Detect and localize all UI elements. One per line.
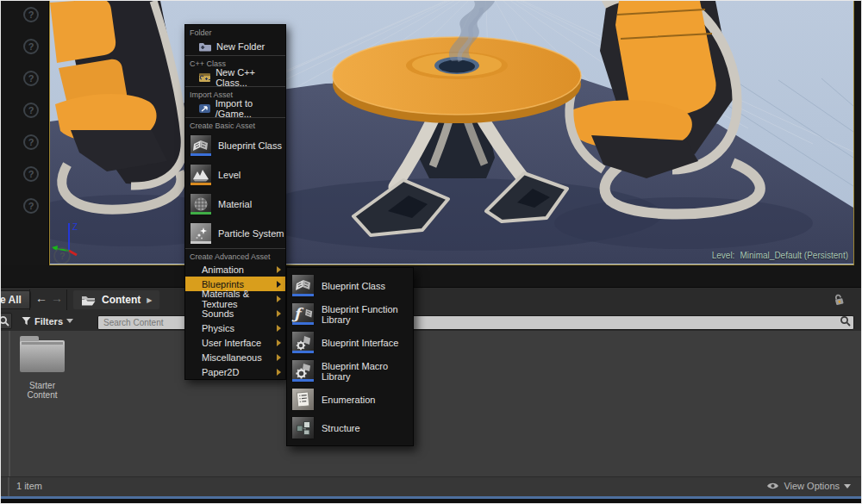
section-header: Create Basic Asset <box>185 118 285 131</box>
submenu-arrow-icon <box>277 310 281 317</box>
menu-section-import: Import Asset Import to /Game... <box>185 86 285 117</box>
help-icon[interactable]: ? <box>23 103 39 118</box>
menu-item-level[interactable]: Level <box>185 160 285 190</box>
menu-item-import[interactable]: Import to /Game... <box>185 100 285 117</box>
submenu-item-blueprint-class[interactable]: Blueprint Class <box>287 271 413 300</box>
status-bar: 1 item View Options <box>1 476 861 496</box>
save-all-button[interactable]: e All <box>0 290 31 309</box>
particle-system-icon <box>190 222 212 245</box>
cpp-class-icon <box>198 72 210 83</box>
content-browser-toolbar: e All ← → Content ▶ <box>1 287 861 311</box>
help-icon[interactable]: ? <box>23 198 39 214</box>
blueprint-class-icon <box>291 274 315 297</box>
chevron-down-icon <box>844 484 851 488</box>
viewport-3d[interactable]: Z ? Level:Minimal_Default (Persistent) <box>49 1 854 265</box>
submenu-item-structure[interactable]: Structure <box>287 414 413 442</box>
menu-item-materials-textures[interactable]: Materials & Textures <box>185 291 285 306</box>
menu-item-blueprint-class[interactable]: Blueprint Class <box>185 131 285 160</box>
left-toolbar: ? ? ? ? ? ? ? <box>1 1 49 286</box>
enumeration-icon <box>291 388 315 411</box>
submenu-item-blueprint-macro-library[interactable]: Blueprint Macro Library <box>287 357 413 385</box>
folder-icon <box>20 340 65 372</box>
menu-section-advanced-asset: Create Advanced Asset Animation Blueprin… <box>185 248 285 379</box>
menu-section-basic-asset: Create Basic Asset Blueprint Class Level <box>185 117 285 248</box>
help-icon[interactable]: ? <box>23 166 39 182</box>
panel-edge <box>9 331 10 476</box>
unreal-editor-window: Z ? Level:Minimal_Default (Persistent) ?… <box>0 0 862 504</box>
folder-open-icon <box>81 295 96 306</box>
menu-item-material[interactable]: Material <box>185 190 285 219</box>
forward-button[interactable]: → <box>51 291 63 305</box>
menu-item-new-cpp-class[interactable]: New C++ Class... <box>185 69 285 86</box>
section-header: Create Advanced Asset <box>185 249 285 262</box>
help-icon[interactable]: ? <box>23 7 39 22</box>
filter-funnel-icon <box>22 316 31 326</box>
submenu-item-blueprint-interface[interactable]: Blueprint Interface <box>287 328 413 357</box>
submenu-arrow-icon <box>277 369 281 376</box>
submenu-arrow-icon <box>277 296 281 302</box>
blueprint-macro-library-icon <box>291 359 315 383</box>
search-icon <box>840 315 851 327</box>
help-icon[interactable]: ? <box>23 39 39 54</box>
menu-item-miscellaneous[interactable]: Miscellaneous <box>185 350 285 364</box>
blueprints-submenu: Blueprint Class ƒ Blueprint Function Lib… <box>286 267 414 446</box>
menu-section-cpp: C++ Class New C++ Class... <box>185 55 285 86</box>
panel-gap <box>1 265 861 287</box>
submenu-arrow-icon <box>277 339 281 346</box>
new-folder-icon <box>198 41 211 52</box>
breadcrumb-expand-icon[interactable]: ▶ <box>147 296 152 304</box>
menu-item-animation[interactable]: Animation <box>185 262 285 277</box>
menu-item-particle-system[interactable]: Particle System <box>185 219 285 248</box>
search-icon <box>0 315 9 327</box>
svg-text:?: ? <box>59 251 66 261</box>
divider <box>66 289 67 310</box>
item-count: 1 item <box>16 481 42 491</box>
chevron-down-icon <box>66 319 73 323</box>
menu-section-folder: Folder New Folder <box>185 27 285 55</box>
window-bottom-edge <box>1 499 861 503</box>
help-icon[interactable]: ? <box>23 134 39 150</box>
level-icon <box>190 164 212 186</box>
blueprint-interface-icon <box>291 331 315 354</box>
breadcrumb[interactable]: Content ▶ <box>73 290 159 309</box>
submenu-item-blueprint-function-library[interactable]: ƒ Blueprint Function Library <box>287 300 413 328</box>
submenu-arrow-icon <box>277 325 281 332</box>
back-button[interactable]: ← <box>35 291 47 305</box>
submenu-arrow-icon <box>277 354 281 361</box>
eye-icon <box>766 482 779 490</box>
menu-item-user-interface[interactable]: User Interface <box>185 335 285 350</box>
submenu-item-enumeration[interactable]: Enumeration <box>287 385 413 414</box>
menu-item-new-folder[interactable]: New Folder <box>185 38 285 55</box>
blueprint-class-icon <box>190 134 212 157</box>
submenu-arrow-icon <box>277 266 281 273</box>
breadcrumb-current: Content <box>102 294 141 306</box>
menu-item-sounds[interactable]: Sounds <box>185 306 285 320</box>
folder-item-starter-content[interactable]: Starter Content <box>17 334 67 400</box>
filters-button[interactable]: Filters <box>22 314 73 328</box>
level-label: Level:Minimal_Default (Persistent) <box>712 251 848 260</box>
blueprint-function-library-icon: ƒ <box>291 302 315 326</box>
menu-item-physics[interactable]: Physics <box>185 320 285 335</box>
asset-grid: Starter Content <box>1 331 861 476</box>
divider <box>29 289 30 310</box>
scene-render: Z ? <box>50 1 853 264</box>
content-browser-search-row: Filters <box>1 311 861 331</box>
add-asset-context-menu: Folder New Folder C++ Class New C++ Clas… <box>184 24 286 380</box>
menu-item-paper2d[interactable]: Paper2D <box>185 364 285 379</box>
search-toggle-button[interactable] <box>0 313 12 329</box>
material-icon <box>190 193 212 215</box>
svg-text:Z: Z <box>72 222 78 232</box>
divider <box>8 477 9 496</box>
submenu-arrow-icon <box>277 281 281 288</box>
import-icon <box>198 103 210 114</box>
help-icon[interactable]: ? <box>23 71 39 86</box>
structure-icon <box>291 416 315 439</box>
view-options-button[interactable]: View Options <box>766 481 851 491</box>
lock-icon[interactable] <box>832 293 846 309</box>
section-header: Folder <box>185 27 285 38</box>
